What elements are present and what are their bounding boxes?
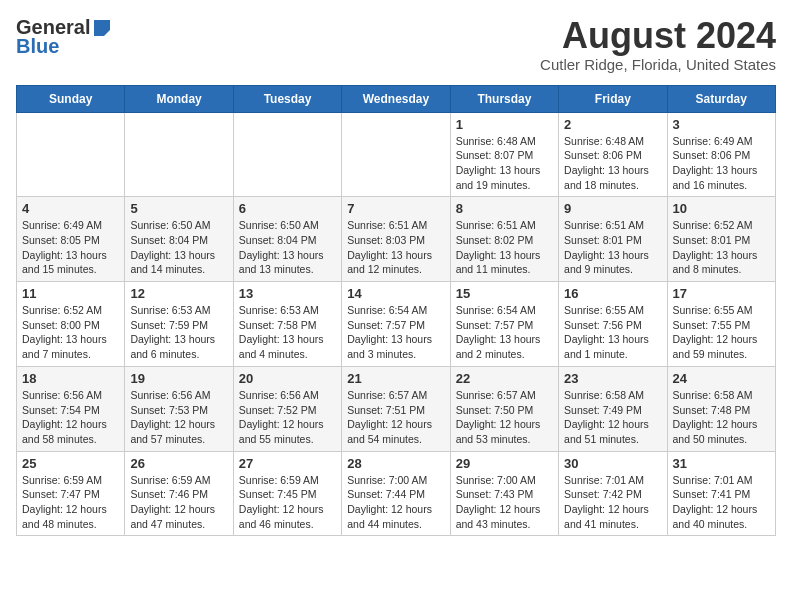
calendar-cell: 7Sunrise: 6:51 AM Sunset: 8:03 PM Daylig… [342, 197, 450, 282]
calendar-week-5: 25Sunrise: 6:59 AM Sunset: 7:47 PM Dayli… [17, 451, 776, 536]
calendar-cell [17, 112, 125, 197]
location-subtitle: Cutler Ridge, Florida, United States [540, 56, 776, 73]
day-number: 5 [130, 201, 227, 216]
day-number: 14 [347, 286, 444, 301]
day-number: 6 [239, 201, 336, 216]
day-info: Sunrise: 6:53 AM Sunset: 7:59 PM Dayligh… [130, 303, 227, 362]
day-info: Sunrise: 6:50 AM Sunset: 8:04 PM Dayligh… [239, 218, 336, 277]
day-number: 16 [564, 286, 661, 301]
calendar-cell: 13Sunrise: 6:53 AM Sunset: 7:58 PM Dayli… [233, 282, 341, 367]
day-info: Sunrise: 6:58 AM Sunset: 7:48 PM Dayligh… [673, 388, 770, 447]
calendar-cell: 22Sunrise: 6:57 AM Sunset: 7:50 PM Dayli… [450, 366, 558, 451]
calendar-cell: 17Sunrise: 6:55 AM Sunset: 7:55 PM Dayli… [667, 282, 775, 367]
calendar-cell: 19Sunrise: 6:56 AM Sunset: 7:53 PM Dayli… [125, 366, 233, 451]
calendar-cell: 3Sunrise: 6:49 AM Sunset: 8:06 PM Daylig… [667, 112, 775, 197]
day-number: 21 [347, 371, 444, 386]
day-info: Sunrise: 6:59 AM Sunset: 7:47 PM Dayligh… [22, 473, 119, 532]
day-number: 2 [564, 117, 661, 132]
calendar-cell: 18Sunrise: 6:56 AM Sunset: 7:54 PM Dayli… [17, 366, 125, 451]
day-number: 11 [22, 286, 119, 301]
weekday-header-tuesday: Tuesday [233, 85, 341, 112]
weekday-header-thursday: Thursday [450, 85, 558, 112]
day-info: Sunrise: 6:55 AM Sunset: 7:56 PM Dayligh… [564, 303, 661, 362]
calendar-cell: 10Sunrise: 6:52 AM Sunset: 8:01 PM Dayli… [667, 197, 775, 282]
day-info: Sunrise: 6:52 AM Sunset: 8:01 PM Dayligh… [673, 218, 770, 277]
day-info: Sunrise: 6:51 AM Sunset: 8:03 PM Dayligh… [347, 218, 444, 277]
day-number: 25 [22, 456, 119, 471]
day-number: 12 [130, 286, 227, 301]
logo-blue: Blue [16, 35, 59, 58]
day-number: 15 [456, 286, 553, 301]
day-info: Sunrise: 6:57 AM Sunset: 7:50 PM Dayligh… [456, 388, 553, 447]
calendar-cell: 1Sunrise: 6:48 AM Sunset: 8:07 PM Daylig… [450, 112, 558, 197]
day-info: Sunrise: 6:57 AM Sunset: 7:51 PM Dayligh… [347, 388, 444, 447]
weekday-header-row: SundayMondayTuesdayWednesdayThursdayFrid… [17, 85, 776, 112]
day-info: Sunrise: 6:56 AM Sunset: 7:54 PM Dayligh… [22, 388, 119, 447]
calendar-cell [342, 112, 450, 197]
day-number: 30 [564, 456, 661, 471]
weekday-header-sunday: Sunday [17, 85, 125, 112]
weekday-header-monday: Monday [125, 85, 233, 112]
month-year-title: August 2024 [540, 16, 776, 56]
day-number: 28 [347, 456, 444, 471]
calendar-cell: 8Sunrise: 6:51 AM Sunset: 8:02 PM Daylig… [450, 197, 558, 282]
day-info: Sunrise: 6:56 AM Sunset: 7:52 PM Dayligh… [239, 388, 336, 447]
day-number: 26 [130, 456, 227, 471]
day-info: Sunrise: 6:52 AM Sunset: 8:00 PM Dayligh… [22, 303, 119, 362]
day-number: 24 [673, 371, 770, 386]
day-info: Sunrise: 6:55 AM Sunset: 7:55 PM Dayligh… [673, 303, 770, 362]
day-info: Sunrise: 6:54 AM Sunset: 7:57 PM Dayligh… [347, 303, 444, 362]
day-info: Sunrise: 6:51 AM Sunset: 8:02 PM Dayligh… [456, 218, 553, 277]
calendar-cell: 30Sunrise: 7:01 AM Sunset: 7:42 PM Dayli… [559, 451, 667, 536]
header: General Blue August 2024 Cutler Ridge, F… [16, 16, 776, 73]
calendar-cell: 5Sunrise: 6:50 AM Sunset: 8:04 PM Daylig… [125, 197, 233, 282]
calendar-cell: 14Sunrise: 6:54 AM Sunset: 7:57 PM Dayli… [342, 282, 450, 367]
calendar-table: SundayMondayTuesdayWednesdayThursdayFrid… [16, 85, 776, 537]
day-info: Sunrise: 6:59 AM Sunset: 7:46 PM Dayligh… [130, 473, 227, 532]
calendar-cell: 27Sunrise: 6:59 AM Sunset: 7:45 PM Dayli… [233, 451, 341, 536]
day-info: Sunrise: 7:01 AM Sunset: 7:41 PM Dayligh… [673, 473, 770, 532]
day-number: 20 [239, 371, 336, 386]
day-info: Sunrise: 6:54 AM Sunset: 7:57 PM Dayligh… [456, 303, 553, 362]
day-number: 19 [130, 371, 227, 386]
calendar-cell: 9Sunrise: 6:51 AM Sunset: 8:01 PM Daylig… [559, 197, 667, 282]
day-number: 29 [456, 456, 553, 471]
calendar-cell: 23Sunrise: 6:58 AM Sunset: 7:49 PM Dayli… [559, 366, 667, 451]
day-info: Sunrise: 6:48 AM Sunset: 8:07 PM Dayligh… [456, 134, 553, 193]
day-number: 1 [456, 117, 553, 132]
logo: General Blue [16, 16, 112, 58]
day-number: 7 [347, 201, 444, 216]
day-info: Sunrise: 7:01 AM Sunset: 7:42 PM Dayligh… [564, 473, 661, 532]
day-number: 8 [456, 201, 553, 216]
calendar-cell: 24Sunrise: 6:58 AM Sunset: 7:48 PM Dayli… [667, 366, 775, 451]
day-info: Sunrise: 6:56 AM Sunset: 7:53 PM Dayligh… [130, 388, 227, 447]
calendar-cell: 21Sunrise: 6:57 AM Sunset: 7:51 PM Dayli… [342, 366, 450, 451]
weekday-header-friday: Friday [559, 85, 667, 112]
day-number: 31 [673, 456, 770, 471]
day-number: 10 [673, 201, 770, 216]
calendar-cell: 6Sunrise: 6:50 AM Sunset: 8:04 PM Daylig… [233, 197, 341, 282]
day-number: 4 [22, 201, 119, 216]
calendar-cell: 15Sunrise: 6:54 AM Sunset: 7:57 PM Dayli… [450, 282, 558, 367]
weekday-header-saturday: Saturday [667, 85, 775, 112]
day-number: 3 [673, 117, 770, 132]
day-info: Sunrise: 6:48 AM Sunset: 8:06 PM Dayligh… [564, 134, 661, 193]
calendar-week-4: 18Sunrise: 6:56 AM Sunset: 7:54 PM Dayli… [17, 366, 776, 451]
day-number: 9 [564, 201, 661, 216]
calendar-week-1: 1Sunrise: 6:48 AM Sunset: 8:07 PM Daylig… [17, 112, 776, 197]
calendar-cell: 26Sunrise: 6:59 AM Sunset: 7:46 PM Dayli… [125, 451, 233, 536]
day-number: 22 [456, 371, 553, 386]
day-info: Sunrise: 6:49 AM Sunset: 8:06 PM Dayligh… [673, 134, 770, 193]
day-info: Sunrise: 6:58 AM Sunset: 7:49 PM Dayligh… [564, 388, 661, 447]
calendar-week-3: 11Sunrise: 6:52 AM Sunset: 8:00 PM Dayli… [17, 282, 776, 367]
day-number: 13 [239, 286, 336, 301]
day-number: 17 [673, 286, 770, 301]
day-info: Sunrise: 6:53 AM Sunset: 7:58 PM Dayligh… [239, 303, 336, 362]
svg-marker-0 [94, 20, 110, 36]
day-info: Sunrise: 6:51 AM Sunset: 8:01 PM Dayligh… [564, 218, 661, 277]
calendar-cell: 31Sunrise: 7:01 AM Sunset: 7:41 PM Dayli… [667, 451, 775, 536]
calendar-cell: 4Sunrise: 6:49 AM Sunset: 8:05 PM Daylig… [17, 197, 125, 282]
calendar-cell: 25Sunrise: 6:59 AM Sunset: 7:47 PM Dayli… [17, 451, 125, 536]
day-number: 27 [239, 456, 336, 471]
day-info: Sunrise: 6:59 AM Sunset: 7:45 PM Dayligh… [239, 473, 336, 532]
